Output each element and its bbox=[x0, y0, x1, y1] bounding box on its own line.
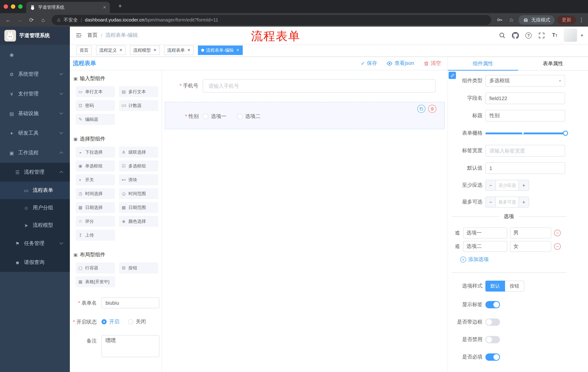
comp-switch[interactable]: ◐开关 bbox=[76, 174, 115, 185]
sidebar-item-user-group[interactable]: ☺ 用户分组 bbox=[0, 199, 70, 217]
slider-track[interactable] bbox=[485, 132, 565, 134]
browser-menu-button[interactable]: ⋮ bbox=[578, 17, 584, 23]
window-minimize-button[interactable] bbox=[11, 4, 15, 9]
form-canvas[interactable]: *手机号 bbox=[162, 70, 448, 372]
increase-button[interactable]: + bbox=[518, 180, 529, 190]
comp-radio-group[interactable]: ◉单选框组 bbox=[76, 160, 115, 171]
comp-rate[interactable]: ☆评分 bbox=[76, 216, 115, 227]
fullscreen-icon[interactable] bbox=[538, 32, 545, 39]
label-width-input[interactable] bbox=[485, 145, 565, 157]
github-icon[interactable] bbox=[512, 32, 519, 39]
sidebar-item-system-management[interactable]: ⚙ 系统管理 bbox=[0, 64, 70, 84]
status-radio-off[interactable]: 关闭 bbox=[128, 319, 146, 325]
tag-process-form-edit[interactable]: 流程表单-编辑 ✕ bbox=[198, 45, 242, 55]
sidebar-item-process-model[interactable]: ➤ 流程模型 bbox=[0, 217, 70, 234]
remove-option-button[interactable]: − bbox=[554, 230, 561, 236]
decrease-button[interactable]: − bbox=[486, 197, 496, 207]
gender-option-2-checkbox[interactable]: 选项二 bbox=[237, 113, 261, 120]
bookmark-star-icon[interactable]: ☆ bbox=[507, 17, 516, 23]
view-json-button[interactable]: 查看json bbox=[387, 60, 414, 67]
comp-select[interactable]: ◒下拉选择 bbox=[76, 147, 115, 158]
tab-close-icon[interactable]: ✕ bbox=[103, 5, 106, 10]
increase-button[interactable]: + bbox=[518, 197, 529, 207]
close-icon[interactable]: ✕ bbox=[153, 48, 157, 52]
phone-field-row[interactable]: *手机号 bbox=[162, 79, 448, 93]
comp-upload[interactable]: ↥上传 bbox=[76, 230, 115, 241]
remark-textarea[interactable]: 嘿嘿 bbox=[102, 335, 159, 357]
tag-process-model[interactable]: 流程模型 ✕ bbox=[130, 45, 160, 55]
close-icon[interactable]: ✕ bbox=[119, 48, 122, 52]
add-option-button[interactable]: + 添加选项 bbox=[460, 256, 566, 263]
comp-cascader[interactable]: ⋔级联选择 bbox=[119, 147, 158, 158]
comp-editor[interactable]: ✎编辑器 bbox=[76, 114, 115, 125]
comp-checkbox-group[interactable]: ☑多选框组 bbox=[119, 160, 158, 171]
delete-component-button[interactable] bbox=[428, 105, 436, 113]
help-icon[interactable]: ? bbox=[525, 32, 532, 39]
reload-button[interactable]: ⟳ bbox=[27, 17, 36, 23]
close-icon[interactable]: ✕ bbox=[236, 48, 239, 52]
title-input[interactable] bbox=[485, 110, 565, 122]
with-border-toggle[interactable] bbox=[485, 319, 500, 326]
sidebar-item-leave-query[interactable]: ☻ 请假查询 bbox=[0, 253, 70, 272]
search-icon[interactable] bbox=[499, 32, 506, 39]
sidebar-item-infrastructure[interactable]: ▤ 基础设施 bbox=[0, 104, 70, 123]
disabled-toggle[interactable] bbox=[485, 336, 500, 343]
drag-handle-icon[interactable] bbox=[454, 244, 460, 249]
sidebar-item-process-form[interactable]: ▭ 流程表单 bbox=[0, 182, 70, 199]
sidebar-item-task-management[interactable]: ⚑ 任务管理 bbox=[0, 234, 70, 253]
sidebar-item-workflow[interactable]: ▣ 工作流程 bbox=[0, 143, 70, 163]
min-select-placeholder[interactable]: 至少应选 bbox=[496, 180, 518, 190]
save-button[interactable]: ✓ 保存 bbox=[361, 60, 377, 67]
grid-slider[interactable] bbox=[485, 128, 565, 139]
browser-update-button[interactable]: 更新 bbox=[557, 15, 576, 24]
comp-counter[interactable]: 123计数器 bbox=[119, 100, 158, 111]
font-size-icon[interactable]: TT bbox=[551, 32, 558, 39]
password-key-icon[interactable] bbox=[495, 17, 504, 23]
required-toggle[interactable] bbox=[485, 353, 500, 361]
close-icon[interactable]: ✕ bbox=[187, 48, 190, 52]
comp-single-line-text[interactable]: ▭单行文本 bbox=[76, 86, 115, 97]
comp-slider[interactable]: ⊷滑块 bbox=[119, 174, 158, 185]
tag-process-definition[interactable]: 流程定义 ✕ bbox=[96, 45, 126, 55]
comp-time-picker[interactable]: ◷时间选择 bbox=[76, 188, 115, 199]
show-label-toggle[interactable] bbox=[485, 301, 500, 308]
remove-option-button[interactable]: − bbox=[554, 243, 561, 250]
browser-tab[interactable]: 芋道管理系统 ✕ bbox=[26, 2, 110, 13]
comp-password[interactable]: ⊡密码 bbox=[76, 100, 115, 111]
sidebar-item-dev-tools[interactable]: ✦ 研发工具 bbox=[0, 123, 70, 143]
option-2-value-input[interactable] bbox=[510, 241, 551, 252]
link-icon[interactable] bbox=[449, 72, 456, 79]
comp-row-container[interactable]: ▢行容器 bbox=[76, 262, 115, 273]
window-zoom-button[interactable] bbox=[18, 4, 22, 9]
default-value-input[interactable] bbox=[485, 162, 565, 174]
form-name-input[interactable] bbox=[102, 298, 159, 308]
slider-handle[interactable] bbox=[563, 131, 568, 136]
new-tab-button[interactable]: + bbox=[116, 2, 125, 10]
option-2-label-input[interactable] bbox=[463, 241, 507, 252]
tab-form-props[interactable]: 表单属性 bbox=[518, 57, 588, 70]
selected-component-gender[interactable]: *性别 选项一 选项二 bbox=[165, 102, 445, 129]
component-type-select[interactable]: 多选框组 ▾ bbox=[485, 75, 565, 87]
phone-input[interactable] bbox=[203, 79, 436, 93]
comp-date-picker[interactable]: ▦日期选择 bbox=[76, 202, 115, 213]
field-name-input[interactable] bbox=[485, 93, 565, 104]
gender-option-1-checkbox[interactable]: 选项一 bbox=[203, 113, 226, 120]
comp-color-picker[interactable]: ◈颜色选择 bbox=[119, 216, 158, 227]
comp-button[interactable]: ⊞按钮 bbox=[119, 262, 158, 273]
option-1-value-input[interactable] bbox=[510, 227, 551, 238]
comp-multi-line-text[interactable]: ▤多行文本 bbox=[119, 86, 158, 97]
comp-time-range[interactable]: ◶时间范围 bbox=[119, 188, 158, 199]
user-avatar[interactable] bbox=[564, 29, 577, 42]
copy-component-button[interactable] bbox=[417, 105, 425, 113]
max-select-placeholder[interactable]: 最多可选 bbox=[496, 197, 518, 207]
home-button[interactable]: ⌂ bbox=[39, 17, 48, 23]
status-radio-on[interactable]: 开启 bbox=[102, 319, 119, 325]
breadcrumb-home[interactable]: 首页 bbox=[87, 32, 97, 39]
clear-button[interactable]: 清空 bbox=[423, 60, 441, 67]
comp-date-range[interactable]: ▩日期范围 bbox=[119, 202, 158, 213]
sidebar-item-process-management[interactable]: ☰ 流程管理 bbox=[0, 163, 70, 182]
forward-button[interactable]: → bbox=[15, 17, 24, 23]
tab-component-props[interactable]: 组件属性 bbox=[448, 57, 518, 70]
drag-handle-icon[interactable] bbox=[454, 230, 460, 236]
window-close-button[interactable] bbox=[4, 4, 8, 9]
